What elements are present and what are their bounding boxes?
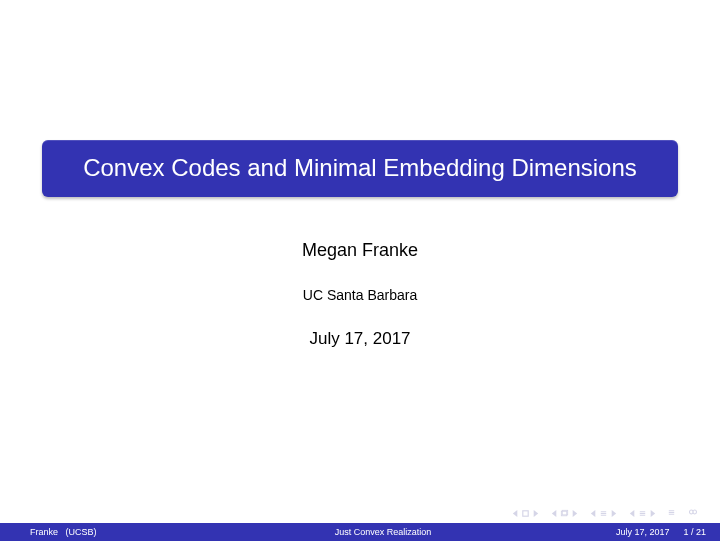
- triangle-right-icon: [570, 509, 579, 518]
- institution: UC Santa Barbara: [0, 287, 720, 303]
- footer-title: Just Convex Realization: [335, 527, 432, 537]
- nav-section-group[interactable]: [589, 509, 618, 518]
- nav-back-icon[interactable]: [667, 508, 676, 519]
- page-sep: /: [688, 527, 696, 537]
- date: July 17, 2017: [0, 329, 720, 349]
- frame-icon: [560, 509, 569, 518]
- slide-title: Convex Codes and Minimal Embedding Dimen…: [62, 154, 658, 183]
- bars-icon: [599, 509, 608, 518]
- author-name: Megan Franke: [0, 240, 720, 261]
- page-total: 21: [696, 527, 706, 537]
- triangle-right-icon: [531, 509, 540, 518]
- author-block: Megan Franke UC Santa Barbara July 17, 2…: [0, 240, 720, 349]
- footer-institution: (UCSB): [66, 527, 97, 537]
- bars-icon: [638, 509, 647, 518]
- nav-first-group[interactable]: [511, 509, 540, 518]
- triangle-right-icon: [648, 509, 657, 518]
- beamer-slide: Convex Codes and Minimal Embedding Dimen…: [0, 0, 720, 541]
- footer-center: Just Convex Realization: [230, 527, 536, 537]
- footer-author: Franke: [30, 527, 58, 537]
- nav-loop-icon[interactable]: [686, 507, 700, 519]
- title-block: Convex Codes and Minimal Embedding Dimen…: [42, 140, 678, 197]
- triangle-left-icon: [628, 509, 637, 518]
- footer-left: Franke (UCSB): [0, 527, 230, 537]
- footer-date: July 17, 2017: [616, 527, 670, 537]
- footer-bar: Franke (UCSB) Just Convex Realization Ju…: [0, 523, 720, 541]
- svg-rect-0: [523, 510, 528, 515]
- nav-frame-group[interactable]: [550, 509, 579, 518]
- triangle-left-icon: [511, 509, 520, 518]
- triangle-right-icon: [609, 509, 618, 518]
- nav-subsection-group[interactable]: [628, 509, 657, 518]
- triangle-left-icon: [550, 509, 559, 518]
- square-icon: [521, 509, 530, 518]
- footer-right: July 17, 20171 / 21: [536, 527, 720, 537]
- triangle-left-icon: [589, 509, 598, 518]
- beamer-nav-icons: [511, 507, 700, 519]
